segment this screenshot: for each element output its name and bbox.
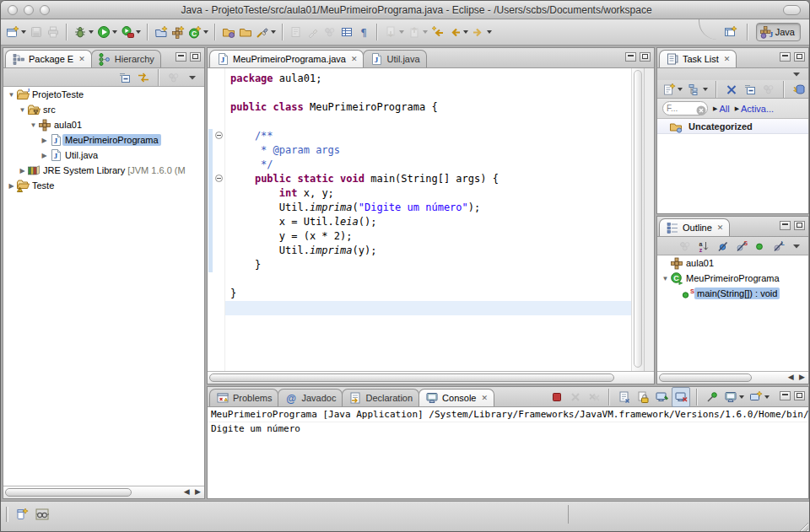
remove-launch-button[interactable] [567, 387, 584, 407]
minimize-window-button[interactable] [24, 5, 34, 15]
toolbar-toggle-pill[interactable] [783, 5, 801, 15]
prev-annotation-button[interactable] [406, 22, 429, 42]
maximize-view-button[interactable] [190, 52, 201, 62]
tree-item-util-java[interactable]: ▶JUtil.java [3, 148, 204, 163]
java-perspective-button[interactable]: J Java [756, 23, 801, 41]
tab-hierarchy[interactable]: Hierarchy [91, 50, 161, 67]
fold-collapse-icon[interactable] [215, 175, 223, 182]
search-brush-button[interactable] [254, 22, 278, 42]
open-resource-button[interactable] [237, 22, 254, 42]
editor-fold-ruler[interactable] [213, 68, 225, 371]
collapse-all-button[interactable] [742, 79, 759, 99]
minimize-view-button[interactable] [625, 52, 636, 62]
tab-task-list[interactable]: Task List✕ [659, 50, 737, 67]
tab-util-java[interactable]: JUtil.java [363, 50, 426, 67]
editor-body[interactable]: package aula01;public class MeuPrimeiroP… [208, 68, 654, 371]
minimize-view-button[interactable] [780, 221, 791, 230]
dropdown-arrow-icon[interactable] [399, 30, 404, 34]
code-line[interactable]: } [225, 287, 631, 301]
tab-javadoc[interactable]: @Javadoc [278, 389, 343, 406]
hide-fields-button[interactable] [714, 236, 731, 256]
open-type-button[interactable] [220, 22, 237, 42]
tree-item-jre-system-library[interactable]: ▶JRE System Library [JVM 1.6.0 (M [3, 163, 204, 178]
tree-item-aula01[interactable]: ▼aula01 [3, 117, 204, 132]
code-area[interactable]: package aula01;public class MeuPrimeiroP… [225, 68, 631, 371]
hide-static-button[interactable]: S [732, 236, 749, 256]
close-tab-icon[interactable]: ✕ [481, 394, 488, 402]
maximize-view-button[interactable] [640, 52, 651, 62]
minimize-view-button[interactable] [780, 52, 791, 62]
tab-package-e[interactable]: Package E✕ [5, 50, 92, 67]
tree-collapse-arrow-icon[interactable]: ▼ [661, 275, 670, 282]
task-scope-activate-link[interactable]: ▶Activa... [735, 104, 775, 114]
tree-item-meuprimeiroprograma[interactable]: ▼CMeuPrimeiroPrograma [657, 271, 808, 286]
package-explorer-hscrollbar[interactable]: ◀ ▶ [3, 486, 204, 498]
resize-grip[interactable] [796, 519, 808, 532]
remove-all-button[interactable] [586, 387, 602, 407]
pin-console-button[interactable] [653, 387, 670, 407]
member-dots-button[interactable] [760, 79, 777, 99]
code-line[interactable]: int x, y; [225, 186, 631, 201]
tree-collapse-arrow-icon[interactable]: ▼ [7, 91, 16, 99]
minimize-view-button[interactable] [780, 391, 791, 400]
mark-occurrences-button[interactable] [288, 22, 305, 42]
print-button[interactable] [45, 22, 62, 42]
maximize-view-button[interactable] [794, 52, 805, 62]
code-line[interactable]: y = (x * 2); [225, 229, 631, 244]
run-button[interactable] [95, 22, 119, 42]
dropdown-arrow-icon[interactable] [271, 30, 276, 34]
fast-view-icon[interactable] [15, 508, 29, 521]
outline-hscrollbar[interactable]: ◀ ▶ [657, 371, 808, 384]
dropdown-arrow-icon[interactable] [423, 30, 428, 34]
code-line[interactable]: */ [225, 158, 631, 172]
hide-local-button[interactable]: L [770, 236, 786, 256]
tree-expand-arrow-icon[interactable]: ▶ [40, 152, 49, 159]
tree-collapse-arrow-icon[interactable]: ▼ [29, 121, 38, 129]
next-annotation-button[interactable] [382, 22, 406, 42]
code-line[interactable] [225, 272, 631, 287]
tree-item-teste[interactable]: ▶!Teste [3, 178, 204, 193]
tree-item-src[interactable]: ▼src [3, 102, 204, 117]
new-task-button[interactable] [661, 79, 684, 99]
debug-button[interactable] [72, 22, 95, 42]
maximize-view-button[interactable] [794, 391, 805, 400]
tab-outline[interactable]: Outline✕ [659, 218, 730, 236]
close-window-button[interactable] [8, 5, 18, 15]
back-button[interactable] [446, 22, 470, 42]
new-wizard-button[interactable] [4, 22, 28, 42]
close-tab-icon[interactable]: ✕ [78, 55, 85, 63]
dropdown-arrow-icon[interactable] [739, 395, 744, 399]
close-tab-icon[interactable]: ✕ [717, 223, 724, 232]
code-line[interactable]: } [225, 258, 631, 272]
skip-task-button[interactable] [723, 79, 740, 99]
minimize-view-button[interactable] [176, 52, 186, 62]
categorized-button[interactable] [686, 79, 710, 99]
tab-declaration[interactable]: Declaration [342, 389, 419, 406]
dropdown-arrow-icon[interactable] [463, 30, 468, 34]
zoom-window-button[interactable] [40, 5, 50, 15]
last-edit-button[interactable] [429, 22, 446, 42]
tab-meuprimeiroprograma-java[interactable]: JMeuPrimeiroPrograma.java✕ [209, 50, 364, 67]
code-line[interactable]: /** [225, 129, 631, 143]
clear-filter-icon[interactable] [694, 104, 704, 113]
code-line[interactable]: Util.imprima(y); [225, 244, 631, 258]
code-line[interactable] [225, 301, 631, 315]
tab-console[interactable]: Console✕ [418, 389, 494, 406]
dropdown-arrow-icon[interactable] [487, 30, 492, 34]
code-line[interactable]: public static void main(String[] args) { [225, 172, 631, 186]
scrollbar-arrows[interactable]: ◀ ▶ [184, 487, 202, 496]
dropdown-arrow-icon[interactable] [112, 30, 117, 34]
new-package-button[interactable] [170, 22, 186, 42]
save-button[interactable] [28, 22, 45, 42]
new-java-project-button[interactable] [153, 22, 170, 42]
clear-console-button[interactable] [616, 387, 633, 407]
dropdown-arrow-icon[interactable] [703, 88, 708, 91]
close-tab-icon[interactable]: ✕ [724, 55, 731, 63]
search-glasses-icon[interactable] [35, 508, 49, 521]
forward-button[interactable] [470, 22, 494, 42]
display-console-button[interactable] [722, 387, 746, 407]
hide-nonpublic-button[interactable] [751, 236, 768, 256]
code-line[interactable] [225, 86, 631, 100]
code-line[interactable]: x = Util.leia(); [225, 215, 631, 229]
scrollbar-thumb[interactable] [5, 488, 132, 497]
